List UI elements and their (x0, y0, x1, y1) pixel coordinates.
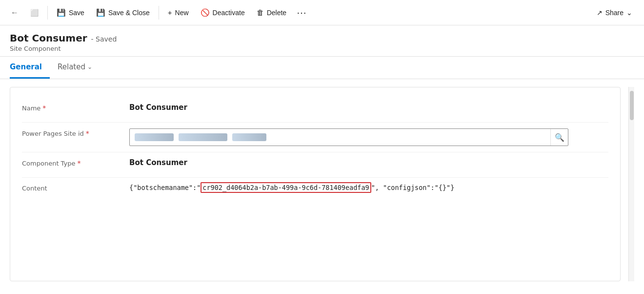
component-type-label: Component Type * (22, 158, 129, 167)
component-type-required-star: * (77, 159, 80, 167)
record-status: - Saved (91, 35, 117, 43)
deactivate-icon: 🚫 (201, 9, 210, 16)
scrollbar-thumb (630, 91, 634, 120)
delete-label: Delete (267, 9, 286, 17)
new-label: New (175, 9, 189, 17)
tab-related[interactable]: Related ⌄ (50, 57, 100, 79)
lookup-search-button[interactable]: 🔍 (550, 129, 568, 146)
share-label: Share (605, 9, 624, 17)
record-header: Bot Consumer - Saved Site Component (0, 25, 644, 57)
name-required-star: * (42, 104, 46, 112)
save-close-icon: 💾 (96, 9, 105, 16)
name-value: Bot Consumer (129, 103, 608, 112)
more-options-icon: ⋯ (297, 7, 307, 19)
record-title-row: Bot Consumer - Saved (10, 32, 634, 44)
form-card: Name * Bot Consumer Power Pages Site id … (10, 87, 621, 281)
content-field: Content {"botschemaname":"cr902_d4064b2a… (22, 178, 608, 203)
window-icon: ⬜ (30, 9, 39, 17)
content-highlighted: cr902_d4064b2a-b7ab-499a-9c6d-781409eadf… (201, 182, 371, 193)
scrollbar[interactable] (628, 87, 634, 281)
blur-block-2 (179, 133, 227, 141)
delete-icon: 🗑 (257, 9, 264, 16)
lookup-input-wrapper: 🔍 (129, 128, 568, 146)
content-label: Content (22, 184, 129, 192)
save-label: Save (69, 9, 84, 17)
save-close-button[interactable]: 💾 Save & Close (91, 6, 155, 20)
power-pages-required-star: * (86, 129, 89, 137)
record-subtitle: Site Component (10, 45, 634, 52)
save-button[interactable]: 💾 Save (52, 6, 89, 20)
main-content: Name * Bot Consumer Power Pages Site id … (0, 79, 644, 289)
content-value: {"botschemaname":"cr902_d4064b2a-b7ab-49… (129, 184, 608, 191)
toolbar: ← ⬜ 💾 Save 💾 Save & Close + New 🚫 Deacti… (0, 0, 644, 25)
save-icon: 💾 (57, 9, 66, 16)
related-chevron-icon: ⌄ (87, 63, 92, 70)
save-close-label: Save & Close (108, 9, 150, 17)
blur-block-1 (135, 133, 174, 141)
content-prefix: {"botschemaname":" (129, 184, 201, 191)
back-icon: ← (11, 8, 19, 17)
tabs-bar: General Related ⌄ (0, 57, 644, 79)
more-options-button[interactable]: ⋯ (293, 4, 311, 21)
deactivate-label: Deactivate (213, 9, 245, 17)
window-icon-button[interactable]: ⬜ (25, 6, 43, 20)
blur-block-3 (232, 133, 266, 141)
record-title: Bot Consumer (10, 32, 87, 44)
back-button[interactable]: ← (6, 4, 23, 21)
delete-button[interactable]: 🗑 Delete (252, 6, 291, 20)
power-pages-value: 🔍 (129, 128, 608, 146)
new-icon: + (168, 9, 172, 16)
share-chevron-icon: ⌄ (626, 9, 632, 17)
search-icon: 🔍 (555, 133, 564, 142)
power-pages-field: Power Pages Site id * 🔍 (22, 123, 608, 152)
lookup-blurred-content (130, 130, 550, 144)
tab-general[interactable]: General (10, 57, 50, 79)
share-icon: ↗ (597, 9, 603, 17)
toolbar-divider-2 (159, 6, 159, 20)
tab-related-label: Related (58, 63, 85, 71)
name-field: Name * Bot Consumer (22, 97, 608, 123)
content-suffix: ", "configjson":"{}"} (371, 184, 455, 191)
new-button[interactable]: + New (163, 6, 194, 20)
toolbar-divider-1 (47, 6, 48, 20)
name-label: Name * (22, 103, 129, 112)
component-type-value: Bot Consumer (129, 158, 608, 167)
power-pages-label: Power Pages Site id * (22, 128, 129, 137)
share-button[interactable]: ↗ Share ⌄ (591, 6, 638, 20)
component-type-field: Component Type * Bot Consumer (22, 152, 608, 178)
deactivate-button[interactable]: 🚫 Deactivate (196, 6, 250, 20)
tab-general-label: General (10, 63, 42, 71)
